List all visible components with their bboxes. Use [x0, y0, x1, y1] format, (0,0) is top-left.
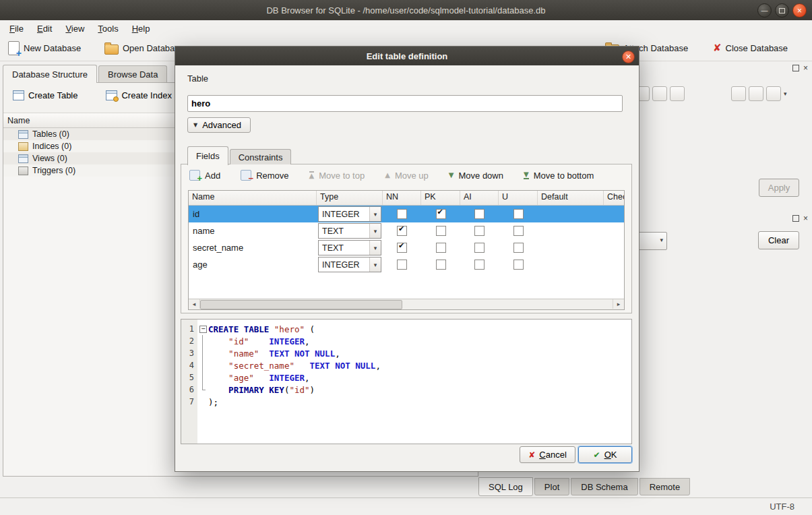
type-value: INTEGER	[322, 260, 360, 270]
dock-close-icon[interactable]: ×	[803, 64, 808, 72]
save-icon[interactable]	[749, 86, 763, 101]
fold-marker-icon[interactable]: −	[199, 326, 207, 333]
print-icon[interactable]	[731, 86, 746, 101]
advanced-toggle[interactable]: ▼ Advanced	[187, 117, 251, 133]
fold-guide	[202, 384, 203, 390]
bottom-tab-db-schema[interactable]: DB Schema	[571, 478, 637, 495]
ai-checkbox[interactable]	[474, 260, 485, 270]
u-checkbox[interactable]	[513, 226, 524, 236]
u-checkbox[interactable]	[513, 243, 524, 253]
column-header-pk[interactable]: PK	[421, 191, 460, 205]
ai-checkbox[interactable]	[474, 243, 485, 253]
ok-button[interactable]: ✔ OK	[578, 446, 632, 463]
sql-line: 2 "id" INTEGER,	[181, 335, 631, 347]
field-row-id[interactable]: id INTEGER ▾	[189, 206, 625, 222]
field-row-age[interactable]: age INTEGER ▾	[189, 256, 625, 273]
type-select[interactable]: INTEGER ▾	[318, 206, 381, 222]
dock-float-icon[interactable]	[792, 215, 799, 222]
cell-export-icon[interactable]	[652, 86, 667, 101]
dialog-tab-fields[interactable]: Fields	[187, 146, 228, 165]
sql-line: 7 );	[181, 396, 631, 408]
default-cell[interactable]	[538, 239, 604, 256]
dialog-close-button[interactable]: ✕	[622, 51, 635, 63]
nn-checkbox[interactable]	[397, 226, 407, 236]
add-button[interactable]: Add	[188, 169, 222, 182]
check-cell[interactable]	[604, 206, 625, 222]
menu-edit[interactable]: Edit	[30, 22, 59, 36]
tree-item-label: Triggers (0)	[32, 166, 75, 175]
scrollbar-thumb[interactable]	[200, 300, 402, 309]
u-checkbox[interactable]	[513, 209, 524, 219]
scroll-left-icon[interactable]: ◂	[189, 299, 200, 309]
maximize-button[interactable]	[775, 3, 789, 18]
cancel-button[interactable]: ✘ Cancel	[520, 446, 575, 463]
nn-checkbox[interactable]	[397, 260, 407, 270]
open-database-button[interactable]: Open Database	[104, 38, 184, 57]
check-cell[interactable]	[604, 222, 625, 239]
scroll-right-icon[interactable]: ▸	[613, 299, 624, 309]
column-header-default[interactable]: Default	[538, 191, 604, 205]
table-name-input[interactable]	[187, 95, 623, 112]
menu-help[interactable]: Help	[125, 22, 157, 36]
tab-database-structure[interactable]: Database Structure	[3, 65, 97, 83]
check-cell[interactable]	[604, 256, 625, 273]
default-cell[interactable]	[538, 256, 604, 273]
encoding-indicator: UTF-8	[770, 502, 794, 512]
type-select[interactable]: INTEGER ▾	[318, 257, 381, 272]
create-index-button[interactable]: Create Index	[100, 87, 177, 104]
field-row-secret-name[interactable]: secret_name TEXT ▾	[189, 239, 625, 256]
column-header-check[interactable]: Check	[604, 191, 625, 205]
move-down-button[interactable]: ▼Move down	[447, 169, 505, 182]
horizontal-scrollbar[interactable]: ◂ ▸	[189, 299, 624, 309]
add-icon	[189, 170, 200, 181]
pk-cell	[421, 222, 460, 239]
menu-view[interactable]: View	[59, 22, 91, 36]
create-table-icon	[13, 90, 24, 100]
line-number: 2	[181, 336, 197, 346]
pk-checkbox[interactable]	[436, 226, 446, 236]
u-checkbox[interactable]	[513, 260, 524, 270]
column-header-type[interactable]: Type	[317, 191, 383, 205]
move-to-top-button[interactable]: ▲Move to top	[308, 169, 367, 182]
default-cell[interactable]	[538, 206, 604, 222]
column-header-nn[interactable]: NN	[383, 191, 421, 205]
tab-browse-data[interactable]: Browse Data	[98, 65, 167, 82]
window-close-button[interactable]: ×	[792, 3, 807, 18]
chevron-down-icon[interactable]: ▾	[784, 90, 787, 97]
remove-button[interactable]: Remove	[239, 169, 290, 182]
bottom-tab-sql-log[interactable]: SQL Log	[478, 477, 533, 496]
dock-float-icon[interactable]	[792, 65, 799, 71]
move-up-button[interactable]: ▲Move up	[383, 169, 430, 182]
cell-null-icon[interactable]	[670, 86, 685, 101]
close-database-button[interactable]: ✘ Close Database	[713, 38, 788, 57]
create-table-button[interactable]: Create Table	[7, 87, 83, 104]
clear-button[interactable]: Clear	[758, 231, 799, 249]
nn-checkbox[interactable]	[397, 209, 407, 219]
minimize-button[interactable]: —	[757, 3, 772, 18]
pk-checkbox[interactable]	[436, 260, 446, 270]
new-database-button[interactable]: New Database	[8, 38, 81, 57]
ai-checkbox[interactable]	[474, 209, 485, 219]
pk-checkbox[interactable]	[436, 243, 446, 253]
chevron-down-icon: ▾	[369, 241, 381, 255]
dock-close-icon[interactable]: ×	[803, 214, 808, 222]
bottom-tab-plot[interactable]: Plot	[534, 478, 569, 495]
nn-checkbox[interactable]	[397, 243, 407, 253]
column-header-name[interactable]: Name	[189, 191, 317, 205]
bottom-tab-remote[interactable]: Remote	[639, 478, 691, 495]
default-cell[interactable]	[538, 222, 604, 239]
type-select[interactable]: TEXT ▾	[318, 223, 381, 239]
move-to-bottom-button[interactable]: ▼Move to bottom	[522, 169, 595, 182]
copy-icon[interactable]	[766, 86, 781, 101]
apply-button[interactable]: Apply	[759, 179, 799, 197]
field-row-name[interactable]: name TEXT ▾	[189, 222, 625, 239]
type-select[interactable]: TEXT ▾	[318, 240, 381, 255]
column-header-u[interactable]: U	[499, 191, 538, 205]
dialog-tab-constraints[interactable]: Constraints	[230, 149, 292, 164]
column-header-ai[interactable]: AI	[460, 191, 499, 205]
pk-checkbox[interactable]	[436, 209, 446, 219]
menu-file[interactable]: File	[3, 22, 30, 36]
check-cell[interactable]	[604, 239, 625, 256]
menu-tools[interactable]: Tools	[91, 22, 125, 36]
ai-checkbox[interactable]	[474, 226, 485, 236]
